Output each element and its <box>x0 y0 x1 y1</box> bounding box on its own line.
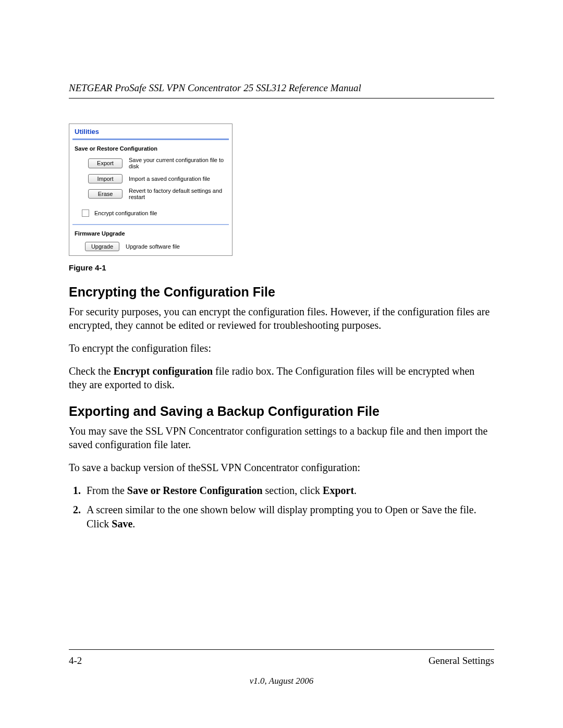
encrypt-label: Encrypt configuration file <box>94 210 157 216</box>
running-header: NETGEAR ProSafe SSL VPN Concentrator 25 … <box>69 82 494 98</box>
panel-title: Utilities <box>69 124 232 139</box>
step-1: From the Save or Restore Configuration s… <box>83 484 494 498</box>
erase-desc: Revert to factory default settings and r… <box>129 188 229 200</box>
page-number: 4-2 <box>69 655 82 667</box>
doc-version: v1.0, August 2006 <box>69 676 494 686</box>
upgrade-desc: Upgrade software file <box>126 243 180 250</box>
para-encrypt-instruction: Check the Encrypt configuration file rad… <box>69 364 494 391</box>
export-desc: Save your current configuration file to … <box>129 157 229 169</box>
import-desc: Import a saved configuration file <box>129 176 229 182</box>
step-2: A screen similar to the one shown below … <box>83 503 494 531</box>
heading-encrypting: Encrypting the Configuration File <box>69 285 494 300</box>
export-button[interactable]: Export <box>88 158 123 168</box>
encrypt-row: Encrypt configuration file <box>72 202 229 224</box>
import-button[interactable]: Import <box>88 174 123 183</box>
encrypt-checkbox[interactable] <box>82 209 89 217</box>
figure-caption: Figure 4-1 <box>69 263 494 272</box>
row-upgrade: Upgrade Upgrade software file <box>69 240 232 255</box>
utilities-panel: Utilities Save or Restore Configuration … <box>69 124 232 256</box>
row-import: Import Import a saved configuration file <box>72 172 229 186</box>
steps-list: From the Save or Restore Configuration s… <box>69 484 494 531</box>
para-export-intro: You may save the SSL VPN Concentrator co… <box>69 424 494 451</box>
para-export-lead: To save a backup version of theSSL VPN C… <box>69 461 494 474</box>
para-encrypt-lead: To encrypt the configuration files: <box>69 341 494 355</box>
row-export: Export Save your current configuration f… <box>72 155 229 171</box>
section-name: General Settings <box>429 655 494 667</box>
row-erase: Erase Revert to factory default settings… <box>72 186 229 202</box>
para-encrypt-intro: For security purposes, you can encrypt t… <box>69 305 494 332</box>
section-firmware: Firmware Upgrade <box>69 225 232 240</box>
upgrade-button[interactable]: Upgrade <box>85 242 119 251</box>
erase-button[interactable]: Erase <box>88 189 123 199</box>
section-save-restore: Save or Restore Configuration <box>69 140 232 155</box>
page-footer: 4-2 General Settings v1.0, August 2006 <box>69 649 494 686</box>
heading-exporting: Exporting and Saving a Backup Configurat… <box>69 404 494 419</box>
